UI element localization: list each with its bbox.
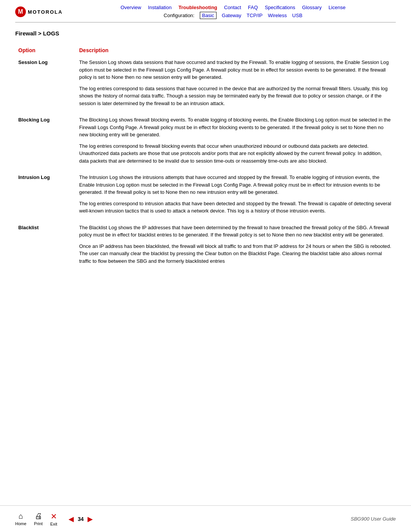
nav-license[interactable]: License (328, 5, 346, 10)
desc-paragraph: The Blocking Log shows firewall blocking… (79, 116, 393, 139)
table-row: Session LogThe Session Log shows data se… (15, 56, 396, 109)
nav-installation[interactable]: Installation (148, 5, 172, 10)
desc-paragraph: The Intrusion Log shows the intrusions a… (79, 174, 393, 196)
page-number: 34 (78, 516, 84, 522)
nav-troubleshooting[interactable]: Troubleshooting (178, 5, 217, 10)
home-icon: ⌂ (19, 512, 23, 521)
row-spacer (15, 109, 396, 114)
option-cell: Blacklist (15, 222, 76, 267)
nav-specifications[interactable]: Specifications (265, 5, 295, 10)
motorola-wordmark: MOTOROLA (28, 9, 63, 15)
nav-bottom: Configuration: Basic Gateway TCP/IP Wire… (164, 12, 303, 19)
main-content: Firewall > LOGS Option Description Sessi… (0, 22, 411, 297)
content-table: Option Description Session LogThe Sessio… (15, 46, 396, 267)
nav-contact[interactable]: Contact (224, 5, 241, 10)
nav-area: Overview Installation Troubleshooting Co… (70, 5, 396, 19)
footer: ⌂ Home 🖨 Print ✕ Exit ◀ 34 ▶ SBG900 User… (0, 505, 411, 532)
print-button[interactable]: 🖨 Print (34, 512, 43, 526)
col-option-header: Option (15, 46, 76, 56)
nav-faq[interactable]: FAQ (248, 5, 258, 10)
home-button[interactable]: ⌂ Home (15, 512, 26, 526)
config-wireless[interactable]: Wireless (268, 13, 287, 18)
config-gateway[interactable]: Gateway (222, 13, 241, 18)
motorola-icon: M (15, 6, 26, 17)
option-cell: Intrusion Log (15, 171, 76, 217)
exit-label: Exit (50, 522, 57, 526)
desc-cell: The Blacklist Log shows the IP addresses… (76, 222, 396, 267)
config-basic[interactable]: Basic (200, 12, 217, 19)
home-label: Home (15, 521, 26, 526)
next-page-button[interactable]: ▶ (88, 515, 93, 523)
header: M MOTOROLA Overview Installation Trouble… (0, 0, 411, 22)
print-icon: 🖨 (35, 512, 42, 521)
nav-top: Overview Installation Troubleshooting Co… (121, 5, 346, 10)
desc-cell: The Session Log shows data sessions that… (76, 56, 396, 109)
print-label: Print (34, 521, 43, 526)
exit-icon: ✕ (51, 512, 57, 521)
footer-icons: ⌂ Home 🖨 Print ✕ Exit (15, 512, 57, 526)
nav-overview[interactable]: Overview (121, 5, 141, 10)
desc-paragraph: The log entries correspond to data sessi… (79, 85, 393, 107)
config-tcpip[interactable]: TCP/IP (247, 13, 263, 18)
desc-paragraph: Once an IP address has been blacklisted,… (79, 243, 393, 265)
page-nav: ◀ 34 ▶ (68, 515, 93, 523)
config-usb[interactable]: USB (292, 13, 303, 18)
desc-cell: The Blocking Log shows firewall blocking… (76, 114, 396, 167)
desc-paragraph: The Blacklist Log shows the IP addresses… (79, 224, 393, 239)
desc-paragraph: The log entries correspond to firewall b… (79, 142, 393, 165)
motorola-logo: M MOTOROLA (15, 6, 63, 17)
col-desc-header: Description (76, 46, 396, 56)
table-row: Intrusion LogThe Intrusion Log shows the… (15, 171, 396, 217)
logo-area: M MOTOROLA (15, 6, 63, 17)
desc-cell: The Intrusion Log shows the intrusions a… (76, 171, 396, 217)
config-label: Configuration: (164, 13, 194, 18)
desc-paragraph: The log entries correspond to intrusion … (79, 200, 393, 215)
desc-paragraph: The Session Log shows data sessions that… (79, 59, 393, 81)
table-row: Blocking LogThe Blocking Log shows firew… (15, 114, 396, 167)
option-cell: Session Log (15, 56, 76, 109)
row-spacer (15, 217, 396, 222)
option-cell: Blocking Log (15, 114, 76, 167)
prev-page-button[interactable]: ◀ (68, 515, 74, 523)
page-title: Firewall > LOGS (15, 30, 396, 37)
guide-label: SBG900 User Guide (350, 516, 396, 522)
table-row: BlacklistThe Blacklist Log shows the IP … (15, 222, 396, 267)
nav-glossary[interactable]: Glossary (302, 5, 322, 10)
exit-button[interactable]: ✕ Exit (50, 512, 57, 526)
row-spacer (15, 167, 396, 171)
